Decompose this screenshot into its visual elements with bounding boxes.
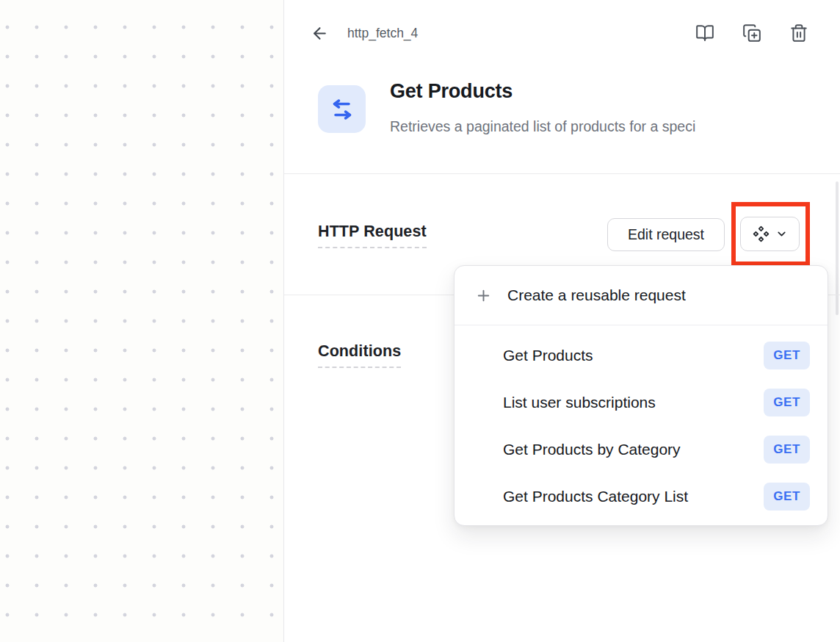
- delete-trash-icon[interactable]: [789, 24, 808, 43]
- docs-book-icon[interactable]: [695, 24, 714, 43]
- section-divider: [284, 173, 840, 174]
- http-method-badge: GET: [764, 342, 810, 369]
- menu-item-get-products[interactable]: Get Products GET: [455, 332, 828, 379]
- http-method-badge: GET: [764, 389, 810, 416]
- duplicate-icon[interactable]: [742, 24, 761, 43]
- header-action-buttons: [695, 24, 808, 43]
- workflow-canvas[interactable]: [0, 0, 283, 642]
- conditions-section-label[interactable]: Conditions: [318, 342, 401, 368]
- node-description: Retrieves a paginated list of products f…: [390, 118, 819, 135]
- component-diamonds-icon: [752, 225, 770, 243]
- reusable-request-menu-button[interactable]: [740, 217, 800, 251]
- http-method-badge: GET: [764, 436, 810, 464]
- back-button[interactable]: [309, 23, 330, 43]
- http-method-badge: GET: [764, 483, 810, 511]
- menu-item-label: Get Products: [503, 347, 593, 364]
- create-reusable-request-item[interactable]: Create a reusable request: [455, 266, 828, 325]
- transfer-arrows-icon: [329, 96, 355, 123]
- menu-item-list-user-subscriptions[interactable]: List user subscriptions GET: [455, 379, 828, 426]
- chevron-down-icon: [775, 228, 788, 240]
- node-title: Get Products: [390, 80, 513, 103]
- node-app-icon-tile: [318, 85, 366, 133]
- menu-item-label: Get Products by Category: [503, 441, 681, 458]
- edit-request-button[interactable]: Edit request: [607, 218, 725, 251]
- menu-item-get-products-category-list[interactable]: Get Products Category List GET: [455, 473, 828, 520]
- plus-icon: [475, 287, 492, 304]
- node-id-label: http_fetch_4: [347, 26, 418, 41]
- create-reusable-request-label: Create a reusable request: [507, 286, 686, 304]
- http-request-section-label[interactable]: HTTP Request: [318, 223, 427, 248]
- arrow-left-icon: [311, 24, 329, 43]
- menu-item-get-products-by-category[interactable]: Get Products by Category GET: [455, 426, 828, 473]
- reusable-request-list: Get Products GET List user subscriptions…: [455, 325, 828, 525]
- menu-item-label: Get Products Category List: [503, 488, 688, 505]
- menu-item-label: List user subscriptions: [503, 394, 656, 411]
- workflow-editor-screen: http_fetch_4 Get Products Retrieves a pa…: [0, 0, 840, 642]
- node-inspector-panel: http_fetch_4 Get Products Retrieves a pa…: [283, 0, 840, 642]
- reusable-request-dropdown-menu: Create a reusable request Get Products G…: [454, 265, 828, 526]
